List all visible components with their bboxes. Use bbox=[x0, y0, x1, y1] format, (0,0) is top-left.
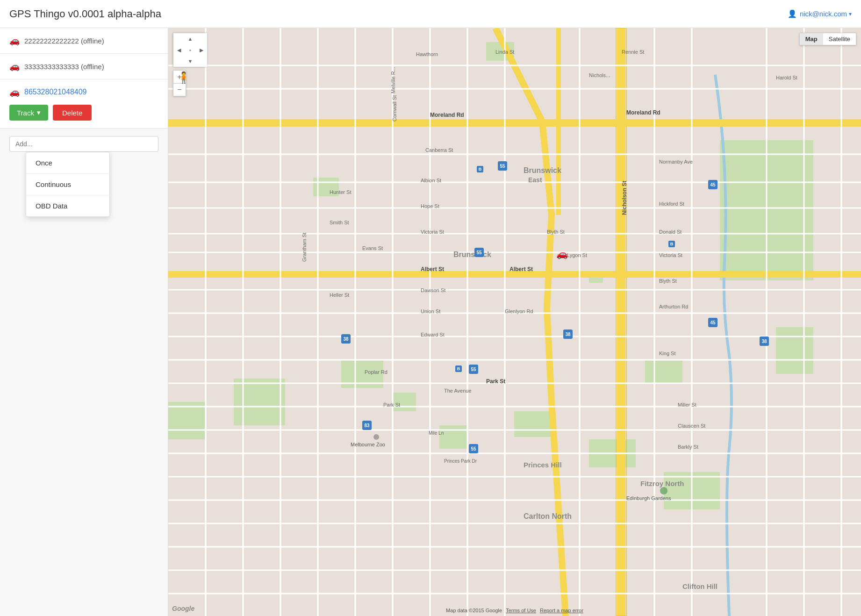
zoom-out-button[interactable]: − bbox=[173, 83, 186, 96]
dropdown-item-continuous[interactable]: Continuous bbox=[26, 174, 109, 195]
nav-btn-empty-tl bbox=[173, 33, 185, 44]
svg-text:Lygon St: Lygon St bbox=[567, 252, 587, 258]
svg-text:38: 38 bbox=[565, 332, 571, 337]
svg-text:Edward St: Edward St bbox=[421, 332, 445, 337]
user-email: nick@nick.com bbox=[800, 10, 847, 18]
svg-text:38: 38 bbox=[761, 339, 767, 344]
add-device-input[interactable] bbox=[9, 136, 158, 152]
pegman-icon[interactable]: 🧍 bbox=[177, 71, 191, 84]
nav-right-button[interactable]: ▶ bbox=[196, 44, 207, 56]
report-error-link[interactable]: Report a map error bbox=[540, 608, 583, 613]
track-dropdown-menu: Once Continuous OBD Data bbox=[26, 152, 110, 217]
svg-rect-0 bbox=[168, 28, 861, 616]
nav-down-button[interactable]: ▼ bbox=[185, 56, 196, 67]
svg-text:Hunter St: Hunter St bbox=[330, 189, 351, 195]
svg-text:45: 45 bbox=[710, 320, 716, 325]
device-label-2: 33333333333333 (offline) bbox=[24, 63, 104, 71]
svg-text:Nicholson St: Nicholson St bbox=[621, 181, 628, 215]
svg-text:Albert St: Albert St bbox=[421, 266, 444, 272]
svg-text:Albert St: Albert St bbox=[509, 266, 533, 272]
delete-button[interactable]: Delete bbox=[53, 105, 92, 121]
svg-text:Linda St: Linda St bbox=[495, 49, 514, 55]
svg-text:Hope St: Hope St bbox=[421, 203, 439, 209]
terms-of-use-link[interactable]: Terms of Use bbox=[506, 608, 536, 613]
map-attribution: Map data ©2015 Google Terms of Use Repor… bbox=[446, 608, 583, 613]
nav-btn-empty-br bbox=[196, 56, 207, 67]
svg-point-134 bbox=[373, 434, 379, 440]
svg-text:Park St: Park St bbox=[486, 378, 505, 385]
svg-text:🚗: 🚗 bbox=[556, 248, 568, 259]
svg-rect-12 bbox=[439, 425, 467, 449]
svg-text:Hickford St: Hickford St bbox=[659, 201, 684, 207]
svg-text:Arthurton Rd: Arthurton Rd bbox=[659, 304, 688, 309]
device-label-1: 22222222222222 (offline) bbox=[24, 37, 104, 45]
svg-text:Park St: Park St bbox=[383, 402, 400, 408]
svg-text:Moreland Rd: Moreland Rd bbox=[430, 112, 464, 118]
car-icon-3: 🚗 bbox=[9, 87, 20, 97]
sidebar: 🚗 22222222222222 (offline) 🚗 33333333333… bbox=[0, 28, 168, 616]
svg-text:55: 55 bbox=[471, 367, 476, 372]
device-item-2[interactable]: 🚗 33333333333333 (offline) bbox=[0, 54, 168, 79]
map-background: Hawthorn Linda St Rennie St Moreland Rd … bbox=[168, 28, 861, 616]
svg-text:King St: King St bbox=[659, 351, 675, 356]
svg-text:East: East bbox=[528, 176, 542, 184]
svg-rect-15 bbox=[617, 28, 625, 616]
svg-text:Fitzroy North: Fitzroy North bbox=[640, 480, 684, 487]
svg-text:83: 83 bbox=[364, 423, 370, 428]
svg-text:Victoria St: Victoria St bbox=[421, 229, 444, 235]
svg-text:55: 55 bbox=[500, 164, 505, 169]
svg-text:Blyth St: Blyth St bbox=[547, 229, 565, 235]
svg-text:Poplar Rd: Poplar Rd bbox=[365, 369, 387, 375]
svg-text:Brunswick: Brunswick bbox=[453, 251, 491, 258]
track-button[interactable]: Track ▾ bbox=[9, 105, 48, 121]
svg-text:Evans St: Evans St bbox=[362, 245, 383, 251]
nav-up-button[interactable]: ▲ bbox=[185, 33, 196, 44]
svg-text:Blyth St: Blyth St bbox=[659, 278, 677, 284]
svg-rect-19 bbox=[556, 28, 561, 215]
nav-btn-empty-tr bbox=[196, 33, 207, 44]
map-type-satellite-button[interactable]: Satellite bbox=[823, 33, 856, 45]
svg-text:Dawson St: Dawson St bbox=[421, 287, 445, 293]
svg-text:B: B bbox=[670, 242, 674, 246]
user-icon: 👤 bbox=[788, 9, 797, 18]
svg-text:Albion St: Albion St bbox=[421, 178, 441, 183]
svg-text:Donald St: Donald St bbox=[659, 229, 682, 235]
svg-text:55: 55 bbox=[476, 250, 482, 255]
car-icon-1: 🚗 bbox=[9, 36, 20, 46]
svg-text:Melville R...: Melville R... bbox=[390, 67, 396, 93]
device-label-3: 865328021048409 bbox=[24, 88, 86, 96]
svg-text:Canberra St: Canberra St bbox=[425, 147, 453, 153]
svg-rect-8 bbox=[645, 360, 682, 383]
dropdown-item-obd[interactable]: OBD Data bbox=[26, 195, 109, 216]
nav-center-button[interactable]: ● bbox=[185, 44, 196, 56]
svg-text:Grantham St: Grantham St bbox=[301, 233, 307, 262]
svg-text:38: 38 bbox=[343, 337, 349, 342]
svg-rect-17 bbox=[168, 119, 861, 127]
map-type-map-button[interactable]: Map bbox=[800, 33, 823, 45]
svg-text:Mile Ln: Mile Ln bbox=[429, 430, 444, 436]
user-menu[interactable]: 👤 nick@nick.com ▾ bbox=[788, 9, 852, 18]
svg-text:Victoria St: Victoria St bbox=[659, 252, 682, 258]
svg-text:Brunswick: Brunswick bbox=[524, 166, 561, 174]
map-container: Hawthorn Linda St Rennie St Moreland Rd … bbox=[168, 28, 861, 616]
app-title: GPS Thingo v0.0001 alpha-alpha bbox=[9, 8, 161, 20]
active-device-section: 🚗 865328021048409 Track ▾ Delete bbox=[0, 79, 168, 129]
svg-text:Glenlyon Rd: Glenlyon Rd bbox=[505, 308, 533, 314]
svg-text:55: 55 bbox=[471, 446, 476, 451]
svg-text:Normanby Ave: Normanby Ave bbox=[659, 159, 693, 165]
svg-text:Union St: Union St bbox=[421, 308, 440, 314]
svg-text:Clifton Hill: Clifton Hill bbox=[682, 582, 718, 590]
map-data-text: Map data ©2015 Google bbox=[446, 608, 502, 613]
dropdown-item-once[interactable]: Once bbox=[26, 152, 109, 174]
google-logo: Google bbox=[172, 605, 194, 612]
svg-text:Clauscen St: Clauscen St bbox=[678, 423, 705, 429]
svg-text:Hawthorn: Hawthorn bbox=[416, 51, 438, 57]
header: GPS Thingo v0.0001 alpha-alpha 👤 nick@ni… bbox=[0, 0, 861, 28]
svg-text:Princes Park Dr: Princes Park Dr bbox=[444, 458, 477, 464]
device-item-1[interactable]: 🚗 22222222222222 (offline) bbox=[0, 28, 168, 54]
main-layout: 🚗 22222222222222 (offline) 🚗 33333333333… bbox=[0, 28, 861, 616]
nav-left-button[interactable]: ◀ bbox=[173, 44, 185, 56]
active-device-row: 🚗 865328021048409 bbox=[0, 79, 168, 101]
map-controls: ▲ ◀ ● ▶ ▼ + − bbox=[173, 33, 207, 96]
svg-text:Rennie St: Rennie St bbox=[622, 49, 644, 55]
